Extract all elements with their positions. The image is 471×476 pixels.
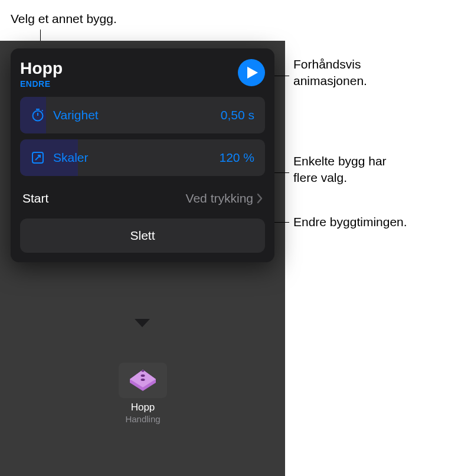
title-block: Hopp ENDRE: [20, 59, 63, 89]
build-popover: Hopp ENDRE Varighet 0,50 s: [11, 48, 274, 262]
start-label: Start: [22, 191, 186, 206]
thumb-sublabel: Handling: [104, 414, 181, 424]
scale-icon: [31, 151, 45, 165]
preview-button[interactable]: [238, 59, 265, 86]
chevron-right-icon: [257, 193, 263, 204]
callout-preview: Forhåndsvis animasjonen.: [293, 56, 367, 90]
build-thumbnail[interactable]: Hopp Handling: [104, 363, 181, 424]
scale-value: 120 %: [219, 151, 254, 165]
svg-point-3: [141, 374, 145, 377]
duration-row[interactable]: Varighet 0,50 s: [20, 97, 265, 133]
start-value: Ved trykking: [186, 191, 253, 206]
play-icon: [247, 67, 258, 79]
scale-row[interactable]: Skaler 120 %: [20, 139, 265, 176]
svg-point-2: [141, 379, 145, 381]
duration-label: Varighet: [53, 108, 221, 122]
callout-timing: Endre byggtimingen.: [293, 214, 407, 230]
hopp-animation-icon: [126, 367, 159, 393]
popover-header: Hopp ENDRE: [20, 59, 265, 89]
start-row[interactable]: Start Ved trykking: [20, 182, 265, 215]
thumb-label: Hopp: [104, 402, 181, 413]
timer-icon: [31, 108, 45, 122]
popover-arrow: [135, 319, 150, 327]
delete-button[interactable]: Slett: [20, 219, 265, 253]
build-title: Hopp: [20, 59, 63, 78]
change-build-link[interactable]: ENDRE: [20, 79, 63, 89]
scale-label: Skaler: [53, 151, 219, 165]
svg-point-4: [142, 370, 145, 372]
thumb-icon-wrap: [119, 363, 167, 398]
callout-options: Enkelte bygg har flere valg.: [293, 153, 387, 187]
duration-value: 0,50 s: [221, 108, 254, 122]
callout-change-build: Velg et annet bygg.: [11, 11, 117, 27]
